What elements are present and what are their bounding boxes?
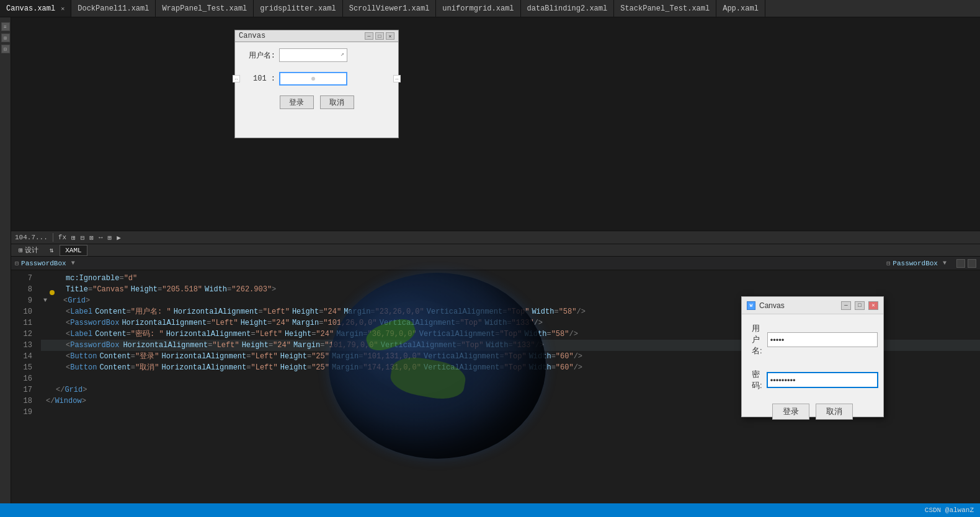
line-num-19: 19 [11,407,32,418]
toolbar-bar: 104.7... fx ⊞ ⊟ ⊠ ↔ ⊞ ▶ [11,231,980,244]
toggle-mode-btn[interactable]: ⇅ [45,245,59,256]
tab-dockpanel[interactable]: DockPanel11.xaml [71,0,156,17]
element-tag-right: PasswordBox [893,260,938,267]
preview-minimize-btn[interactable]: ─ [841,301,851,310]
code-line-8: Title="Canvas" Height="205.518" Width="2… [41,284,980,295]
expand-icon-btn[interactable] [968,259,976,268]
canvas-cancel-btn[interactable]: 取消 [320,95,354,109]
tab-scrollviewer[interactable]: ScrollViewer1.xaml [343,0,437,17]
line-num-12: 12 [11,329,32,340]
line-num-10: 10 [11,306,32,317]
fx-icon: fx [58,234,66,241]
element-bar: ⊟ PasswordBox ▼ ⊟ PasswordBox ▼ [11,257,980,270]
toolbar-divider-1 [53,233,53,242]
resize-handle-left[interactable]: ↔ [233,75,240,82]
tab-stackpanel[interactable]: StackPanel_Test.xaml [614,0,716,17]
preview-password-label: 密码: [752,369,762,391]
username-row: 用户名: ↗ [241,48,392,62]
preview-login-btn[interactable]: 登录 [772,404,809,420]
preview-username-label: 用户名: [752,323,762,356]
design-mode-btn[interactable]: ⊞ 设计 [14,245,43,256]
tab-label: App.xaml [723,4,759,13]
password-input[interactable] [279,72,347,86]
line-num-7: 7 [11,273,32,284]
tab-wrappanel[interactable]: WrapPanel_Test.xaml [156,0,254,17]
line-num-11: 11 [11,317,32,329]
resize-handle-right[interactable]: ↔ [393,75,401,82]
password-row: ↔ 101 : ↔ [241,72,392,86]
earth-decoration [329,273,546,459]
element-selector-left[interactable]: ⊟ PasswordBox [15,260,66,267]
canvas-close-btn[interactable]: ✕ [386,32,394,40]
element-arrow-icon: ▼ [71,260,75,267]
username-label: 用户名: [241,50,275,61]
tab-datablinding[interactable]: dataBlinding2.xaml [521,0,615,17]
design-canvas-body: 用户名: ↗ ↔ 101 : ↔ 登录 [235,42,398,115]
design-canvas-window: Canvas ─ □ ✕ 用户名: ↗ ↔ 101 : [234,30,399,138]
tab-label: DockPanel11.xaml [78,4,149,13]
preview-app-icon: W [747,301,755,310]
code-line-7: mc:Ignorable="d" [41,273,980,284]
preview-password-row: 密码: [752,369,873,391]
tab-label: dataBlinding2.xaml [527,4,608,13]
left-toolbar: ≡ ⊞ ⊟ [0,17,11,517]
line-indicator-dot [50,290,55,295]
expand-icon-9[interactable]: ▼ [41,296,50,305]
layout-icon-btn[interactable]: ⊞ [108,234,112,242]
preview-cancel-btn[interactable]: 取消 [816,404,853,420]
canvas-login-btn[interactable]: 登录 [280,95,314,109]
tab-close-icon[interactable]: ✕ [61,5,65,12]
line-num-16: 16 [11,373,32,384]
toolbar-icon-2[interactable]: ⊞ [1,33,10,42]
tab-uniformgrid[interactable]: uniformgrid.xaml [436,0,520,17]
tab-canvas-xaml[interactable]: Canvas.xaml ✕ [0,0,71,17]
design-canvas-titlebar: Canvas ─ □ ✕ [235,30,398,42]
toolbar-icon-3[interactable]: ⊟ [1,45,10,53]
tab-label: ScrollViewer1.xaml [349,4,430,13]
status-bar: CSDN @alwanZ [0,503,980,517]
extra-icon-btn[interactable]: ▶ [117,234,121,242]
grid-icon-btn[interactable]: ⊞ [71,234,76,242]
username-input[interactable]: ↗ [279,48,347,62]
design-icon: ⊞ [19,246,23,254]
canvas-maximize-btn[interactable]: □ [375,32,384,40]
line-numbers: 7 8 9 10 11 12 13 14 15 16 17 18 19 [11,270,36,503]
line-num-15: 15 [11,362,32,373]
preview-username-row: 用户名: [752,323,873,356]
tab-label: gridsplitter.xaml [260,4,336,13]
line-num-18: 18 [11,395,32,407]
tab-bar: Canvas.xaml ✕ DockPanel11.xaml WrapPanel… [0,0,980,17]
snap-icon-btn[interactable]: ⊠ [89,234,94,242]
tab-label: Canvas.xaml [6,4,55,13]
line-num-8: 8 [11,284,32,295]
element-selector-right[interactable]: ⊟ PasswordBox [886,260,938,267]
line-num-14: 14 [11,351,32,362]
grid-small-icon-btn[interactable]: ⊟ [81,234,85,242]
preview-buttons: 登录 取消 [752,404,873,420]
preview-titlebar: W Canvas ─ □ ✕ [742,297,883,314]
preview-username-input[interactable] [767,332,878,347]
preview-close-btn[interactable]: ✕ [868,301,878,310]
design-canvas-window-buttons: ─ □ ✕ [365,32,394,40]
tab-label: uniformgrid.xaml [442,4,514,13]
canvas-minimize-btn[interactable]: ─ [365,32,373,40]
tab-gridsplitter[interactable]: gridsplitter.xaml [254,0,342,17]
xaml-mode-btn[interactable]: XAML [60,245,87,256]
split-icon-btn[interactable] [956,259,965,268]
tab-label: WrapPanel_Test.xaml [162,4,247,13]
mode-bar: ⊞ 设计 ⇅ XAML [11,244,980,257]
preview-body: 用户名: 密码: 登录 取消 [742,314,883,428]
preview-maximize-btn[interactable]: □ [855,301,865,310]
line-num-17: 17 [11,384,32,395]
fx-button[interactable]: fx [58,234,66,241]
toolbar-icon-1[interactable]: ≡ [1,22,10,31]
zoom-level: 104.7... [15,234,48,241]
tab-label: StackPanel_Test.xaml [620,4,710,13]
canvas-form-buttons: 登录 取消 [241,95,392,109]
watermark-text: CSDN @alwanZ [925,506,974,514]
element-tag-left: PasswordBox [21,260,66,267]
preview-password-input[interactable] [767,373,878,387]
element-arrow-right-icon: ▼ [943,260,947,267]
tab-app-xaml[interactable]: App.xaml [716,0,765,17]
align-icon-btn[interactable]: ↔ [99,234,103,241]
